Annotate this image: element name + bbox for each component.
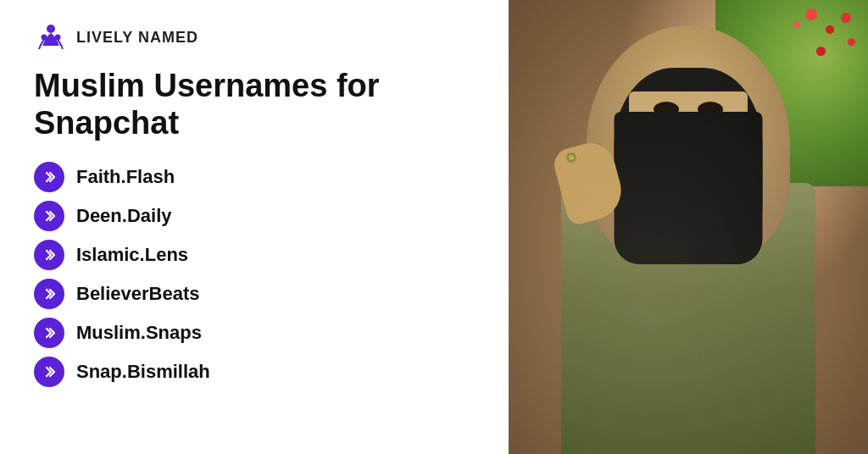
username-text: Snap.Bismillah: [76, 361, 210, 383]
chevron-double-right-icon: [41, 169, 58, 185]
chevron-badge: [34, 240, 64, 270]
flower-4: [848, 38, 855, 46]
username-item: Snap.Bismillah: [34, 357, 475, 387]
chevron-badge: [34, 318, 64, 348]
niqab-face-cover: [615, 112, 763, 264]
chevron-badge: [34, 279, 64, 309]
right-panel: [509, 0, 868, 454]
left-panel: LIVELY NAMED Muslim Usernames for Snapch…: [0, 0, 509, 454]
flower-2: [826, 25, 834, 34]
username-list: Faith.Flash Deen.Daily Islamic.Lens Beli…: [34, 162, 475, 387]
page-title: Muslim Usernames for Snapchat: [34, 68, 475, 141]
username-text: Islamic.Lens: [76, 244, 188, 266]
photo-background: [509, 0, 868, 454]
svg-point-0: [47, 25, 55, 33]
username-item: Islamic.Lens: [34, 240, 475, 270]
username-item: Faith.Flash: [34, 162, 475, 192]
flower-6: [793, 21, 800, 28]
username-text: Muslim.Snaps: [76, 322, 202, 344]
username-item: Deen.Daily: [34, 201, 475, 231]
username-text: Faith.Flash: [76, 166, 175, 188]
page-container: LIVELY NAMED Muslim Usernames for Snapch…: [0, 0, 868, 454]
chevron-double-right-icon: [41, 208, 58, 224]
lively-named-logo-icon: [34, 20, 68, 54]
chevron-double-right-icon: [41, 324, 58, 341]
chevron-badge: [34, 162, 64, 192]
svg-point-2: [55, 35, 61, 41]
flower-5: [816, 47, 826, 56]
logo-area: LIVELY NAMED: [34, 20, 475, 54]
chevron-double-right-icon: [41, 285, 58, 302]
photo-simulation: [509, 0, 868, 454]
username-item: Muslim.Snaps: [34, 318, 475, 348]
chevron-badge: [34, 357, 64, 387]
ring-detail: [566, 152, 576, 163]
username-item: BelieverBeats: [34, 279, 475, 309]
chevron-double-right-icon: [41, 363, 58, 380]
chevron-badge: [34, 201, 64, 231]
chevron-double-right-icon: [41, 246, 58, 263]
flower-1: [841, 13, 851, 23]
brand-name: LIVELY NAMED: [76, 29, 198, 47]
svg-point-1: [42, 35, 47, 41]
username-text: Deen.Daily: [76, 205, 172, 227]
username-text: BelieverBeats: [76, 283, 200, 305]
flower-3: [805, 8, 817, 20]
